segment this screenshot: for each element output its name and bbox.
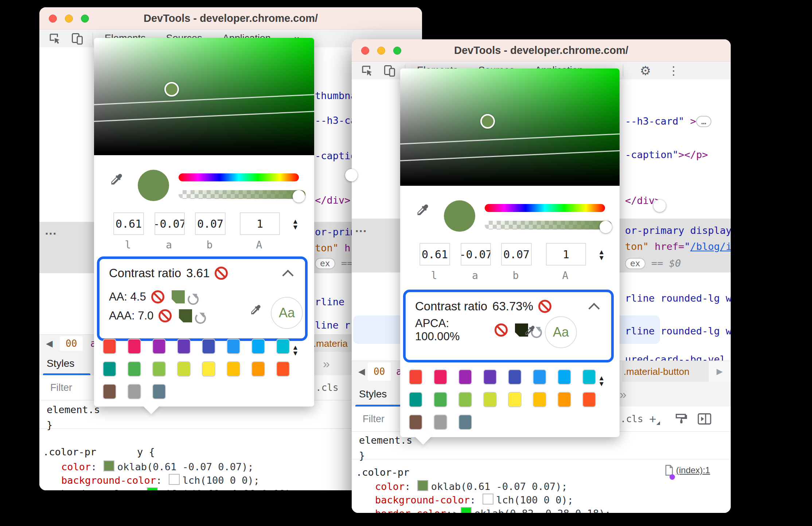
value-stepper[interactable]: ▲▼ — [598, 249, 605, 261]
palette-swatch[interactable] — [582, 369, 596, 385]
color-channel-input-b[interactable]: 0.07 — [501, 243, 532, 266]
palette-swatch[interactable] — [434, 369, 447, 385]
filter-input[interactable]: Filter — [363, 407, 384, 431]
color-swatch[interactable] — [169, 474, 180, 485]
shade-indicator[interactable] — [480, 114, 495, 129]
filter-input[interactable]: Filter — [50, 375, 72, 400]
palette-swatch[interactable] — [483, 369, 497, 385]
palette-swatch[interactable] — [103, 339, 116, 354]
chevron-up-icon[interactable] — [588, 303, 600, 314]
palette-swatch[interactable] — [152, 361, 166, 377]
palette-swatch[interactable] — [533, 369, 546, 385]
palette-swatch[interactable] — [103, 384, 116, 399]
palette-swatch[interactable] — [483, 392, 497, 407]
inspect-element-icon[interactable] — [360, 64, 374, 77]
hue-knob[interactable] — [345, 169, 358, 181]
inline-pill[interactable]: ex — [625, 258, 645, 269]
palette-swatch[interactable] — [409, 415, 422, 430]
collapsed-children-dots[interactable]: … — [44, 223, 58, 238]
palette-swatch[interactable] — [128, 361, 141, 377]
breadcrumb-item[interactable]: 00 — [60, 336, 83, 351]
hue-slider[interactable] — [485, 204, 605, 212]
palette-swatch[interactable] — [202, 339, 215, 354]
rendering-emulation-icon[interactable] — [674, 413, 688, 425]
palette-swatch[interactable] — [152, 384, 166, 399]
chevron-up-icon[interactable] — [282, 270, 293, 281]
palette-swatch[interactable] — [227, 361, 240, 377]
palette-switcher[interactable]: ▲▼ — [292, 345, 299, 356]
breadcrumb-item-selected[interactable]: .material-button — [622, 361, 710, 382]
collapsed-children-dots[interactable]: … — [355, 221, 368, 235]
hue-knob[interactable] — [653, 200, 666, 212]
palette-swatch[interactable] — [177, 361, 191, 377]
suggested-color-swatch[interactable] — [179, 309, 192, 322]
menu-dots-icon[interactable]: ⋮ — [668, 64, 679, 78]
tab-styles[interactable]: Styles — [47, 352, 74, 375]
alpha-slider[interactable] — [179, 190, 305, 199]
palette-swatch[interactable] — [533, 392, 546, 407]
palette-swatch[interactable] — [558, 369, 571, 385]
eyedropper-icon[interactable] — [108, 171, 125, 188]
color-channel-input-A[interactable]: 1 — [546, 243, 586, 266]
color-channel-input-a[interactable]: -0.07 — [461, 243, 491, 266]
source-link-text[interactable]: (index):1 — [676, 465, 710, 475]
palette-switcher[interactable]: ▲▼ — [598, 375, 605, 387]
toggle-sidebar-icon[interactable] — [697, 413, 712, 425]
color-swatch[interactable] — [104, 460, 114, 471]
breadcrumb-back-icon[interactable]: ◀ — [46, 338, 52, 349]
tab-styles[interactable]: Styles — [359, 382, 387, 407]
shade-gradient[interactable] — [400, 68, 620, 186]
palette-swatch[interactable] — [582, 392, 596, 407]
toggle-element-classes-button[interactable]: .cls — [316, 382, 339, 393]
eyedropper-icon[interactable] — [414, 202, 431, 219]
value-stepper[interactable]: ▲▼ — [292, 219, 299, 230]
palette-swatch[interactable] — [251, 339, 265, 354]
apply-suggestion-icon[interactable] — [188, 294, 199, 305]
settings-gear-icon[interactable]: ⚙ — [640, 63, 651, 78]
palette-swatch[interactable] — [558, 392, 571, 407]
palette-swatch[interactable] — [508, 392, 522, 407]
device-toolbar-icon[interactable] — [70, 32, 85, 45]
color-channel-input-A[interactable]: 1 — [240, 212, 280, 235]
more-panes-icon[interactable]: » — [620, 387, 626, 401]
breadcrumb-back-icon[interactable]: ◀ — [358, 366, 365, 377]
color-channel-input-l[interactable]: 0.61 — [419, 243, 450, 266]
code-token[interactable]: /blog/i — [690, 241, 731, 252]
palette-swatch[interactable] — [128, 339, 141, 354]
suggested-color-swatch[interactable] — [172, 290, 185, 303]
palette-swatch[interactable] — [409, 392, 422, 407]
palette-swatch[interactable] — [251, 361, 265, 377]
color-channel-input-b[interactable]: 0.07 — [195, 212, 226, 235]
palette-swatch[interactable] — [434, 415, 447, 430]
breadcrumb-item[interactable]: 00 — [368, 362, 391, 381]
background-eyedropper-icon[interactable] — [522, 323, 537, 338]
hue-slider[interactable] — [179, 173, 299, 181]
palette-swatch[interactable] — [409, 369, 422, 385]
palette-swatch[interactable] — [177, 339, 191, 354]
palette-swatch[interactable] — [458, 392, 472, 407]
palette-swatch[interactable] — [508, 369, 522, 385]
toggle-element-classes-button[interactable]: .cls — [620, 413, 643, 424]
inline-pill[interactable]: ex — [315, 258, 335, 269]
breadcrumb-forward-icon[interactable]: ▶ — [708, 361, 731, 382]
inline-pill[interactable]: … — [696, 116, 711, 127]
color-swatch[interactable] — [483, 494, 493, 505]
palette-swatch[interactable] — [458, 415, 472, 430]
palette-swatch[interactable] — [128, 384, 141, 399]
inspect-element-icon[interactable] — [48, 32, 61, 45]
palette-swatch[interactable] — [434, 392, 447, 407]
color-channel-input-l[interactable]: 0.61 — [113, 212, 144, 235]
device-toolbar-icon[interactable] — [382, 64, 397, 77]
alpha-knob[interactable] — [600, 221, 612, 233]
palette-swatch[interactable] — [458, 369, 472, 385]
color-swatch[interactable] — [147, 487, 158, 490]
background-eyedropper-icon[interactable] — [248, 303, 263, 317]
palette-swatch[interactable] — [227, 339, 240, 354]
shade-indicator[interactable] — [164, 82, 179, 97]
palette-swatch[interactable] — [103, 361, 116, 377]
more-panes-icon[interactable]: » — [323, 357, 330, 371]
palette-swatch[interactable] — [276, 339, 290, 354]
apply-suggestion-icon[interactable] — [195, 313, 206, 324]
shade-gradient[interactable] — [94, 38, 314, 155]
new-style-rule-button[interactable]: + — [649, 412, 656, 426]
